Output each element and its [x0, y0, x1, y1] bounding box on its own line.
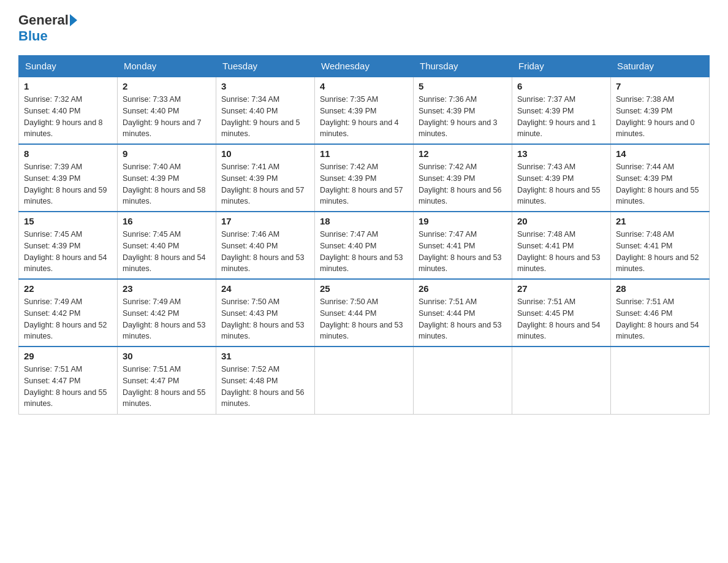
- week-row-5: 29 Sunrise: 7:51 AMSunset: 4:47 PMDaylig…: [19, 347, 710, 414]
- day-number: 16: [123, 216, 211, 226]
- day-number: 9: [123, 148, 211, 159]
- day-info: Sunrise: 7:33 AMSunset: 4:40 PMDaylight:…: [123, 94, 211, 140]
- day-number: 24: [221, 283, 309, 294]
- week-row-1: 1 Sunrise: 7:32 AMSunset: 4:40 PMDayligh…: [19, 77, 710, 144]
- day-info: Sunrise: 7:41 AMSunset: 4:39 PMDaylight:…: [221, 161, 309, 207]
- day-number: 31: [221, 351, 309, 361]
- calendar-cell: 7 Sunrise: 7:38 AMSunset: 4:39 PMDayligh…: [611, 77, 710, 144]
- logo-general-text: General: [18, 12, 69, 28]
- day-number: 26: [419, 283, 507, 294]
- day-info: Sunrise: 7:34 AMSunset: 4:40 PMDaylight:…: [221, 94, 309, 140]
- calendar-cell: 23 Sunrise: 7:49 AMSunset: 4:42 PMDaylig…: [118, 279, 216, 347]
- day-info: Sunrise: 7:39 AMSunset: 4:39 PMDaylight:…: [24, 161, 112, 207]
- day-info: Sunrise: 7:42 AMSunset: 4:39 PMDaylight:…: [320, 161, 408, 207]
- day-number: 13: [517, 148, 605, 159]
- day-info: Sunrise: 7:51 AMSunset: 4:45 PMDaylight:…: [517, 296, 605, 342]
- day-number: 23: [123, 283, 211, 294]
- day-info: Sunrise: 7:42 AMSunset: 4:39 PMDaylight:…: [419, 161, 507, 207]
- calendar-cell: 28 Sunrise: 7:51 AMSunset: 4:46 PMDaylig…: [611, 279, 710, 347]
- day-info: Sunrise: 7:47 AMSunset: 4:41 PMDaylight:…: [419, 229, 507, 275]
- calendar-cell: 26 Sunrise: 7:51 AMSunset: 4:44 PMDaylig…: [414, 279, 512, 347]
- day-number: 5: [419, 81, 507, 91]
- day-number: 6: [517, 81, 605, 91]
- calendar-cell: 24 Sunrise: 7:50 AMSunset: 4:43 PMDaylig…: [216, 279, 315, 347]
- calendar-cell: 17 Sunrise: 7:46 AMSunset: 4:40 PMDaylig…: [216, 212, 315, 279]
- calendar-cell: [611, 347, 710, 414]
- calendar-cell: 15 Sunrise: 7:45 AMSunset: 4:39 PMDaylig…: [19, 212, 118, 279]
- logo: General Blue: [18, 12, 78, 44]
- day-info: Sunrise: 7:50 AMSunset: 4:44 PMDaylight:…: [320, 296, 408, 342]
- day-info: Sunrise: 7:50 AMSunset: 4:43 PMDaylight:…: [221, 296, 309, 342]
- calendar-cell: [315, 347, 414, 414]
- calendar-cell: 20 Sunrise: 7:48 AMSunset: 4:41 PMDaylig…: [512, 212, 611, 279]
- day-number: 1: [24, 81, 112, 91]
- day-info: Sunrise: 7:48 AMSunset: 4:41 PMDaylight:…: [517, 229, 605, 275]
- day-info: Sunrise: 7:48 AMSunset: 4:41 PMDaylight:…: [616, 229, 704, 275]
- day-info: Sunrise: 7:51 AMSunset: 4:46 PMDaylight:…: [616, 296, 704, 342]
- header-row: SundayMondayTuesdayWednesdayThursdayFrid…: [19, 56, 710, 77]
- calendar-cell: 29 Sunrise: 7:51 AMSunset: 4:47 PMDaylig…: [19, 347, 118, 414]
- day-number: 20: [517, 216, 605, 226]
- calendar-cell: 27 Sunrise: 7:51 AMSunset: 4:45 PMDaylig…: [512, 279, 611, 347]
- day-header-wednesday: Wednesday: [315, 56, 414, 77]
- calendar-cell: 11 Sunrise: 7:42 AMSunset: 4:39 PMDaylig…: [315, 144, 414, 212]
- day-info: Sunrise: 7:36 AMSunset: 4:39 PMDaylight:…: [419, 94, 507, 140]
- page-header: General Blue: [18, 12, 710, 44]
- day-info: Sunrise: 7:46 AMSunset: 4:40 PMDaylight:…: [221, 229, 309, 275]
- calendar-cell: 2 Sunrise: 7:33 AMSunset: 4:40 PMDayligh…: [118, 77, 216, 144]
- calendar-cell: 3 Sunrise: 7:34 AMSunset: 4:40 PMDayligh…: [216, 77, 315, 144]
- day-header-tuesday: Tuesday: [216, 56, 315, 77]
- day-info: Sunrise: 7:51 AMSunset: 4:44 PMDaylight:…: [419, 296, 507, 342]
- day-number: 10: [221, 148, 309, 159]
- day-info: Sunrise: 7:51 AMSunset: 4:47 PMDaylight:…: [24, 364, 112, 410]
- day-number: 18: [320, 216, 408, 226]
- week-row-3: 15 Sunrise: 7:45 AMSunset: 4:39 PMDaylig…: [19, 212, 710, 279]
- day-info: Sunrise: 7:47 AMSunset: 4:40 PMDaylight:…: [320, 229, 408, 275]
- day-info: Sunrise: 7:52 AMSunset: 4:48 PMDaylight:…: [221, 364, 309, 410]
- calendar-cell: 8 Sunrise: 7:39 AMSunset: 4:39 PMDayligh…: [19, 144, 118, 212]
- day-number: 29: [24, 351, 112, 361]
- day-info: Sunrise: 7:51 AMSunset: 4:47 PMDaylight:…: [123, 364, 211, 410]
- calendar-cell: 19 Sunrise: 7:47 AMSunset: 4:41 PMDaylig…: [414, 212, 512, 279]
- day-number: 27: [517, 283, 605, 294]
- calendar-cell: 22 Sunrise: 7:49 AMSunset: 4:42 PMDaylig…: [19, 279, 118, 347]
- day-info: Sunrise: 7:35 AMSunset: 4:39 PMDaylight:…: [320, 94, 408, 140]
- calendar-cell: 1 Sunrise: 7:32 AMSunset: 4:40 PMDayligh…: [19, 77, 118, 144]
- day-info: Sunrise: 7:49 AMSunset: 4:42 PMDaylight:…: [24, 296, 112, 342]
- calendar-cell: 5 Sunrise: 7:36 AMSunset: 4:39 PMDayligh…: [414, 77, 512, 144]
- day-number: 2: [123, 81, 211, 91]
- day-number: 7: [616, 81, 704, 91]
- day-number: 30: [123, 351, 211, 361]
- day-header-sunday: Sunday: [19, 56, 118, 77]
- calendar-cell: 16 Sunrise: 7:45 AMSunset: 4:40 PMDaylig…: [118, 212, 216, 279]
- calendar-cell: 13 Sunrise: 7:43 AMSunset: 4:39 PMDaylig…: [512, 144, 611, 212]
- day-number: 15: [24, 216, 112, 226]
- day-info: Sunrise: 7:32 AMSunset: 4:40 PMDaylight:…: [24, 94, 112, 140]
- day-number: 4: [320, 81, 408, 91]
- calendar-cell: 14 Sunrise: 7:44 AMSunset: 4:39 PMDaylig…: [611, 144, 710, 212]
- day-header-friday: Friday: [512, 56, 611, 77]
- day-number: 14: [616, 148, 704, 159]
- calendar-cell: 25 Sunrise: 7:50 AMSunset: 4:44 PMDaylig…: [315, 279, 414, 347]
- day-number: 8: [24, 148, 112, 159]
- calendar-cell: [414, 347, 512, 414]
- day-number: 25: [320, 283, 408, 294]
- day-number: 3: [221, 81, 309, 91]
- week-row-2: 8 Sunrise: 7:39 AMSunset: 4:39 PMDayligh…: [19, 144, 710, 212]
- calendar-cell: 12 Sunrise: 7:42 AMSunset: 4:39 PMDaylig…: [414, 144, 512, 212]
- day-info: Sunrise: 7:45 AMSunset: 4:39 PMDaylight:…: [24, 229, 112, 275]
- week-row-4: 22 Sunrise: 7:49 AMSunset: 4:42 PMDaylig…: [19, 279, 710, 347]
- day-info: Sunrise: 7:38 AMSunset: 4:39 PMDaylight:…: [616, 94, 704, 140]
- day-header-monday: Monday: [118, 56, 216, 77]
- calendar-cell: 30 Sunrise: 7:51 AMSunset: 4:47 PMDaylig…: [118, 347, 216, 414]
- calendar-table: SundayMondayTuesdayWednesdayThursdayFrid…: [18, 55, 710, 415]
- calendar-cell: 9 Sunrise: 7:40 AMSunset: 4:39 PMDayligh…: [118, 144, 216, 212]
- day-number: 12: [419, 148, 507, 159]
- day-info: Sunrise: 7:43 AMSunset: 4:39 PMDaylight:…: [517, 161, 605, 207]
- day-number: 17: [221, 216, 309, 226]
- day-number: 19: [419, 216, 507, 226]
- day-info: Sunrise: 7:40 AMSunset: 4:39 PMDaylight:…: [123, 161, 211, 207]
- day-number: 22: [24, 283, 112, 294]
- day-number: 21: [616, 216, 704, 226]
- day-info: Sunrise: 7:44 AMSunset: 4:39 PMDaylight:…: [616, 161, 704, 207]
